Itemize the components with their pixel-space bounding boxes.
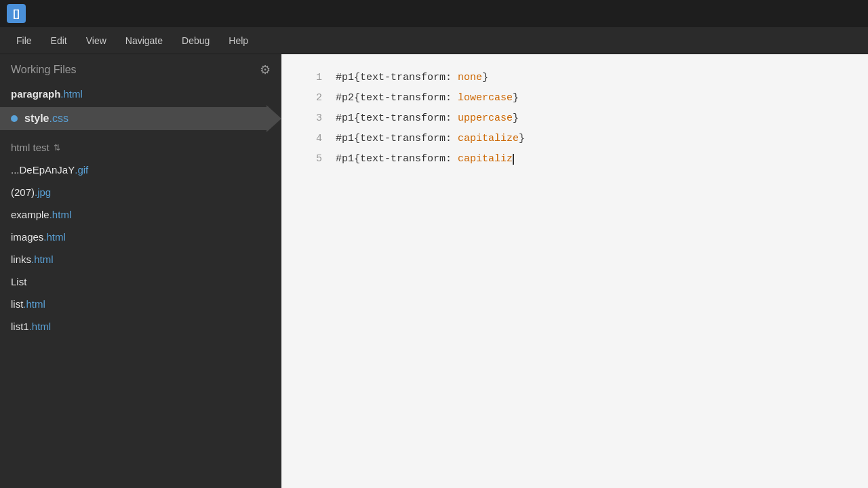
line-number-3: 3 <box>302 108 322 129</box>
property-4: {text-transform: <box>354 133 458 144</box>
sidebar: Working Files ⚙ paragraph.html style.css… <box>0 54 281 488</box>
menu-file[interactable]: File <box>7 31 41 50</box>
file-ext-paragraph-html: .html <box>60 88 83 100</box>
property-3: {text-transform: <box>354 113 458 124</box>
value-4: capitalize <box>458 133 519 144</box>
project-fext-list1-html: .html <box>29 321 52 332</box>
project-fext-list-html: .html <box>23 298 45 310</box>
project-fname-207: (207) <box>11 186 35 198</box>
code-line-5: 5 #p1{text-transform: capitaliz <box>302 149 848 169</box>
selector-4: #p1 <box>336 133 354 144</box>
project-fname-links: links <box>11 253 31 265</box>
project-file-list[interactable]: List <box>0 270 281 293</box>
value-5: capitaliz <box>458 153 513 165</box>
file-name-paragraph: paragraph <box>11 88 60 100</box>
project-file-links-html[interactable]: links.html <box>0 248 281 270</box>
editor-area[interactable]: 1 #p1{text-transform: none} 2 #p2{text-t… <box>281 54 868 488</box>
value-2: lowercase <box>458 92 513 104</box>
project-fname-list: List <box>11 276 26 287</box>
value-1: none <box>458 72 482 83</box>
line-number-5: 5 <box>302 149 322 169</box>
app-icon-bracket-right: ] <box>16 8 20 19</box>
working-files-header: Working Files ⚙ <box>0 54 281 83</box>
code-line-3-content: #p1{text-transform: uppercase} <box>336 108 519 129</box>
selector-2: #p2 <box>336 92 354 104</box>
working-file-paragraph-html[interactable]: paragraph.html <box>0 83 281 105</box>
project-file-207-jpg[interactable]: (207).jpg <box>0 181 281 203</box>
project-fname-images: images <box>11 231 43 243</box>
project-fname-list-html: list <box>11 298 23 310</box>
menu-edit[interactable]: Edit <box>41 31 77 50</box>
project-fext-207: .jpg <box>35 186 51 198</box>
editor-content[interactable]: 1 #p1{text-transform: none} 2 #p2{text-t… <box>281 54 868 488</box>
project-file-example-html[interactable]: example.html <box>0 203 281 226</box>
code-line-4: 4 #p1{text-transform: capitalize} <box>302 129 848 149</box>
selector-1: #p1 <box>336 72 354 83</box>
property-5: {text-transform: <box>354 153 458 165</box>
project-fname-example: example <box>11 209 50 220</box>
menu-view[interactable]: View <box>77 31 116 50</box>
project-file-images-html[interactable]: images.html <box>0 226 281 248</box>
gear-icon[interactable]: ⚙ <box>260 62 271 77</box>
project-fext-example: .html <box>50 209 72 220</box>
working-file-style-css-wrapper: style.css <box>0 105 281 132</box>
project-fname-list1-html: list1 <box>11 321 29 332</box>
code-line-2-content: #p2{text-transform: lowercase} <box>336 88 519 108</box>
line-number-4: 4 <box>302 129 322 149</box>
selector-5: #p1 <box>336 153 354 165</box>
suffix-2: } <box>513 92 519 104</box>
code-line-1: 1 #p1{text-transform: none} <box>302 68 848 88</box>
text-cursor <box>513 154 514 165</box>
project-file-list-html[interactable]: list.html <box>0 293 281 315</box>
project-sort-icon: ⇅ <box>54 143 60 152</box>
selector-3: #p1 <box>336 113 354 124</box>
property-1: {text-transform: <box>354 72 458 83</box>
menu-debug[interactable]: Debug <box>172 31 219 50</box>
app-icon: [] <box>7 4 26 23</box>
active-file-arrow-icon <box>267 105 281 132</box>
project-header[interactable]: html test ⇅ <box>0 132 281 159</box>
suffix-1: } <box>482 72 488 83</box>
suffix-3: } <box>513 113 519 124</box>
menu-help[interactable]: Help <box>219 31 258 50</box>
suffix-4: } <box>519 133 525 144</box>
project-file-list1-html[interactable]: list1.html <box>0 315 281 338</box>
line-number-2: 2 <box>302 88 322 108</box>
project-fname-deepanjay: ...DeEpAnJaY <box>11 164 75 176</box>
menu-navigate[interactable]: Navigate <box>116 31 172 50</box>
project-fext-images: .html <box>43 231 66 243</box>
working-files-title: Working Files <box>11 64 77 76</box>
modified-dot-icon <box>11 115 18 122</box>
property-2: {text-transform: <box>354 92 458 104</box>
menu-bar: File Edit View Navigate Debug Help <box>0 27 868 54</box>
main-content: Working Files ⚙ paragraph.html style.css… <box>0 54 868 488</box>
code-line-3: 3 #p1{text-transform: uppercase} <box>302 108 848 129</box>
file-name-style: style <box>24 113 49 125</box>
project-title: html test <box>11 142 50 153</box>
line-number-1: 1 <box>302 68 322 88</box>
project-fext-deepanjay: .gif <box>75 164 88 176</box>
code-line-5-content: #p1{text-transform: capitaliz <box>336 149 514 169</box>
title-bar: [] <box>0 0 868 27</box>
project-file-deepanjay-gif[interactable]: ...DeEpAnJaY.gif <box>0 159 281 181</box>
file-ext-style-css: .css <box>49 113 68 125</box>
code-line-4-content: #p1{text-transform: capitalize} <box>336 129 525 149</box>
value-3: uppercase <box>458 113 513 124</box>
project-fext-links: .html <box>31 253 54 265</box>
code-line-2: 2 #p2{text-transform: lowercase} <box>302 88 848 108</box>
working-file-style-css[interactable]: style.css <box>0 107 267 130</box>
code-line-1-content: #p1{text-transform: none} <box>336 68 488 88</box>
